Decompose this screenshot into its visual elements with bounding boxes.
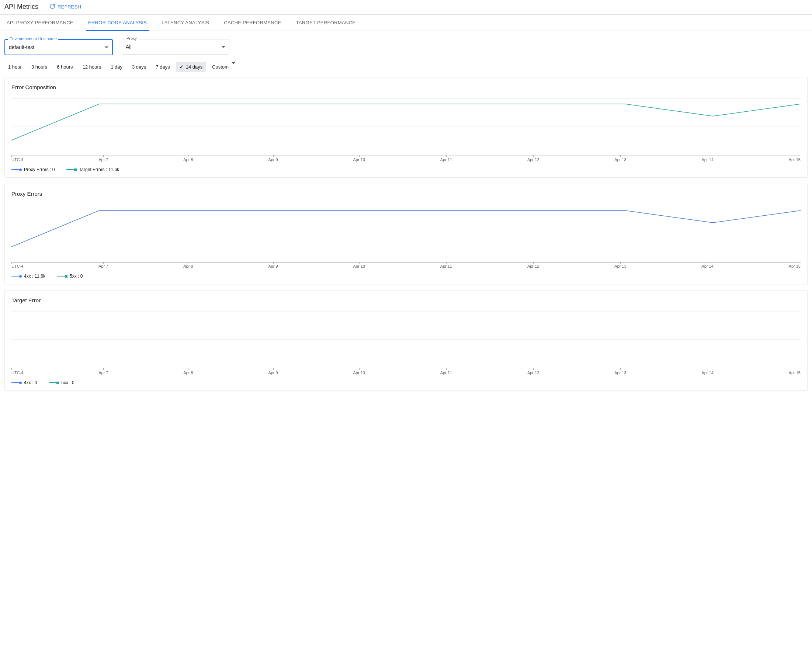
chart-title: Proxy Errors: [11, 191, 801, 197]
proxy-value: All: [126, 44, 132, 50]
legend-swatch-icon: [11, 381, 22, 385]
chart-xticks: UTC-4Apr 7Apr 8Apr 9Apr 10Apr 11Apr 12Ap…: [11, 371, 801, 375]
tab-latency-analysis[interactable]: LATENCY ANALYSIS: [159, 15, 211, 31]
chart-xtick: UTC-4: [11, 157, 23, 162]
range-1-day[interactable]: 1 day: [107, 62, 126, 72]
legend-item[interactable]: Target Errors : 11.6k: [66, 167, 119, 172]
chart-xtick: Apr 8: [183, 264, 193, 268]
chart-xtick: Apr 9: [268, 371, 278, 375]
chart-xtick: Apr 15: [789, 264, 801, 268]
range-label: 3 hours: [31, 64, 47, 70]
range-7-days[interactable]: 7 days: [152, 62, 173, 72]
chart-card: Proxy ErrorsUTC-4Apr 7Apr 8Apr 9Apr 10Ap…: [5, 184, 807, 284]
chart-x-axis: [11, 262, 801, 263]
range-1-hour[interactable]: 1 hour: [5, 62, 25, 72]
chart-svg: [11, 310, 801, 369]
range-custom[interactable]: Custom: [208, 62, 239, 72]
chart-legend: 4xx : 05xx : 0: [11, 380, 801, 385]
chart-cards: Error CompositionUTC-4Apr 7Apr 8Apr 9Apr…: [0, 77, 812, 398]
legend-item[interactable]: 5xx : 0: [49, 380, 74, 385]
tab-api-proxy-performance[interactable]: API PROXY PERFORMANCE: [5, 15, 76, 31]
range-6-hours[interactable]: 6 hours: [53, 62, 76, 72]
tabs: API PROXY PERFORMANCEERROR CODE ANALYSIS…: [0, 14, 812, 31]
range-label: 12 hours: [83, 64, 101, 70]
filter-row: Environment or Hostname default-test Pro…: [0, 31, 812, 59]
chart-xtick: Apr 15: [789, 157, 801, 162]
chart-card: Target ErrorUTC-4Apr 7Apr 8Apr 9Apr 10Ap…: [5, 290, 807, 391]
page-header: API Metrics REFRESH: [0, 0, 812, 14]
tab-error-code-analysis[interactable]: ERROR CODE ANALYSIS: [86, 15, 149, 31]
range-label: 14 days: [186, 64, 203, 70]
chart-plot[interactable]: [11, 204, 801, 263]
legend-swatch-icon: [57, 274, 67, 278]
chart-xtick: Apr 14: [701, 371, 713, 375]
legend-item[interactable]: Proxy Errors : 0: [11, 167, 55, 172]
range-12-hours[interactable]: 12 hours: [79, 62, 105, 72]
chart-xtick: Apr 7: [98, 264, 108, 268]
chart-xtick: Apr 9: [268, 157, 278, 162]
chart-plot[interactable]: [11, 97, 801, 156]
legend-swatch-icon: [66, 168, 77, 171]
range-label: 7 days: [156, 64, 170, 70]
chart-svg: [11, 204, 801, 263]
environment-label: Environment or Hostname: [8, 36, 58, 41]
range-label: 3 days: [132, 64, 146, 70]
legend-label: 4xx : 11.6k: [24, 274, 45, 279]
chart-plot[interactable]: [11, 310, 801, 369]
legend-label: 5xx : 0: [70, 274, 83, 279]
chart-legend: Proxy Errors : 0Target Errors : 11.6k: [11, 167, 801, 172]
environment-select[interactable]: Environment or Hostname default-test: [5, 39, 113, 55]
chart-xtick: Apr 10: [353, 264, 365, 268]
legend-label: 4xx : 0: [24, 380, 37, 385]
refresh-icon: [50, 3, 55, 10]
legend-item[interactable]: 4xx : 0: [11, 380, 37, 385]
chart-xtick: Apr 9: [268, 264, 278, 268]
chart-x-axis: [11, 369, 801, 369]
legend-item[interactable]: 5xx : 0: [57, 274, 83, 279]
chart-xtick: Apr 12: [527, 371, 539, 375]
range-label: 6 hours: [57, 64, 73, 70]
range-3-days[interactable]: 3 days: [128, 62, 150, 72]
chart-series-line: [11, 210, 801, 247]
range-14-days[interactable]: ✓14 days: [176, 62, 207, 72]
chart-card: Error CompositionUTC-4Apr 7Apr 8Apr 9Apr…: [5, 77, 807, 178]
chart-title: Target Error: [11, 297, 801, 304]
chart-title: Error Composition: [11, 84, 801, 90]
range-3-hours[interactable]: 3 hours: [28, 62, 51, 72]
chart-xtick: Apr 8: [183, 157, 193, 162]
tab-cache-performance[interactable]: CACHE PERFORMANCE: [221, 15, 283, 31]
chart-series-line: [11, 104, 801, 140]
chart-xtick: Apr 13: [614, 264, 626, 268]
environment-value: default-test: [9, 44, 34, 50]
time-range-picker: 1 hour3 hours6 hours12 hours1 day3 days7…: [0, 59, 812, 77]
proxy-label: Proxy: [125, 36, 138, 40]
chart-xtick: Apr 14: [701, 264, 713, 268]
chart-xtick: Apr 10: [353, 371, 365, 375]
refresh-button[interactable]: REFRESH: [50, 3, 81, 10]
legend-swatch-icon: [11, 274, 22, 278]
legend-item[interactable]: 4xx : 11.6k: [11, 274, 45, 279]
page-title: API Metrics: [5, 3, 38, 11]
chart-xtick: Apr 11: [440, 371, 452, 375]
chart-xtick: Apr 12: [527, 264, 539, 268]
proxy-select[interactable]: Proxy All: [122, 39, 229, 54]
chart-xtick: Apr 13: [614, 157, 626, 162]
tab-target-performance[interactable]: TARGET PERFORMANCE: [294, 15, 358, 31]
legend-label: 5xx : 0: [61, 380, 74, 385]
chart-legend: 4xx : 11.6k5xx : 0: [11, 274, 801, 279]
chart-xtick: Apr 11: [440, 264, 452, 268]
chart-xticks: UTC-4Apr 7Apr 8Apr 9Apr 10Apr 11Apr 12Ap…: [11, 264, 801, 268]
range-label: 1 hour: [8, 64, 22, 70]
chart-xtick: UTC-4: [11, 371, 23, 375]
chart-xticks: UTC-4Apr 7Apr 8Apr 9Apr 10Apr 11Apr 12Ap…: [11, 157, 801, 162]
chart-xtick: Apr 12: [527, 157, 539, 162]
caret-down-icon: [221, 46, 225, 48]
chart-xtick: Apr 8: [183, 371, 193, 375]
check-icon: ✓: [179, 64, 184, 70]
caret-down-icon: [105, 47, 108, 48]
range-label: 1 day: [111, 64, 122, 70]
caret-down-icon: [232, 62, 235, 70]
chart-xtick: Apr 11: [440, 157, 452, 162]
chart-xtick: Apr 7: [98, 157, 108, 162]
refresh-label: REFRESH: [58, 4, 81, 9]
